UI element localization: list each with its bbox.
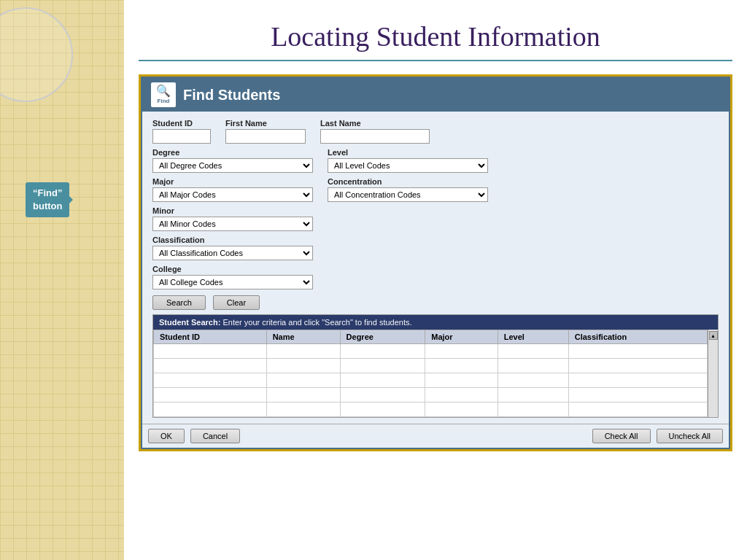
classification-group: Classification All Classification Codes [152,236,313,260]
results-table-content: Student ID Name Degree Major Level Class… [153,330,708,417]
level-group: Level All Level Codes [328,148,488,173]
level-select[interactable]: All Level Codes [328,158,488,173]
level-label: Level [328,148,488,157]
dialog-outer-border: 🔍 Find Find Students Student ID F [139,74,732,451]
last-name-label: Last Name [320,119,430,128]
dialog-body: Student ID First Name Last Name [142,112,729,424]
results-scroll-wrapper: Student ID Name Degree Major Level Class… [153,330,718,417]
dialog-title: Find Students [183,87,280,104]
first-name-group: First Name [225,119,306,144]
row-major-concentration: Major All Major Codes Concentration All … [152,177,719,202]
results-body [154,344,708,417]
dialog-inner-border: 🔍 Find Find Students Student ID F [141,77,730,449]
college-group: College All College Codes [152,265,313,289]
bottom-right-buttons: Check All Uncheck All [592,429,723,443]
clear-button[interactable]: Clear [213,295,260,310]
major-label: Major [152,177,313,186]
scroll-up-arrow[interactable]: ▲ [709,331,718,340]
col-student-id: Student ID [154,330,267,344]
find-icon-label: Find [158,98,170,104]
classification-label: Classification [152,236,313,244]
concentration-label: Concentration [328,177,488,186]
row-classification: Classification All Classification Codes [152,236,719,260]
dialog-wrapper: “Find”button 🔍 Find Find Students [139,74,732,451]
row-minor: Minor All Minor Codes [152,206,719,231]
degree-label: Degree [152,148,313,157]
degree-group: Degree All Degree Codes [152,148,313,173]
table-row [154,388,708,402]
ok-button[interactable]: OK [148,429,185,443]
student-id-group: Student ID [152,119,211,144]
find-icon: 🔍 Find [151,82,176,107]
major-group: Major All Major Codes [152,177,313,202]
page-title: Locating Student Information [124,0,747,60]
bottom-buttons: OK Cancel Check All Uncheck All [142,424,729,448]
minor-group: Minor All Minor Codes [152,206,313,231]
degree-select[interactable]: All Degree Codes [152,158,313,173]
college-label: College [152,265,313,273]
first-name-label: First Name [225,119,306,128]
magnifier-icon: 🔍 [156,85,171,97]
results-instruction: Enter your criteria and click "Search" t… [222,318,411,327]
table-row [154,344,708,359]
search-button[interactable]: Search [152,295,206,310]
concentration-select[interactable]: All Concentration Codes [328,187,488,202]
row-college: College All College Codes [152,265,719,289]
results-header-row: Student ID Name Degree Major Level Class… [154,330,708,344]
bottom-left-buttons: OK Cancel [148,429,240,443]
cancel-button[interactable]: Cancel [190,429,240,443]
table-row [154,373,708,388]
table-row [154,359,708,373]
col-name: Name [266,330,340,344]
minor-label: Minor [152,206,313,215]
student-id-input[interactable] [152,129,211,144]
student-id-label: Student ID [152,119,211,128]
row-student-name: Student ID First Name Last Name [152,119,719,144]
col-degree: Degree [340,330,425,344]
first-name-input[interactable] [225,129,306,144]
find-button-callout: “Find”button [26,182,69,217]
dialog-header: 🔍 Find Find Students [142,78,729,112]
results-area: Student Search: Enter your criteria and … [152,314,719,418]
check-all-button[interactable]: Check All [592,429,651,443]
minor-select[interactable]: All Minor Codes [152,217,313,231]
last-name-group: Last Name [320,119,430,144]
results-scrollbar[interactable]: ▲ [708,330,718,417]
classification-select[interactable]: All Classification Codes [152,246,313,260]
college-select[interactable]: All College Codes [152,275,313,289]
col-major: Major [425,330,498,344]
uncheck-all-button[interactable]: Uncheck All [657,429,723,443]
col-level: Level [498,330,568,344]
row-degree-level: Degree All Degree Codes Level All Level … [152,148,719,173]
last-name-input[interactable] [320,129,430,144]
title-divider [139,60,732,61]
main-content: Locating Student Information “Find”butto… [124,0,747,560]
results-table: Student ID Name Degree Major Level Class… [153,330,708,417]
col-classification: Classification [568,330,707,344]
table-row [154,402,708,417]
major-select[interactable]: All Major Codes [152,187,313,202]
action-buttons: Search Clear [152,295,719,310]
results-header: Student Search: Enter your criteria and … [153,315,718,330]
concentration-group: Concentration All Concentration Codes [328,177,488,202]
